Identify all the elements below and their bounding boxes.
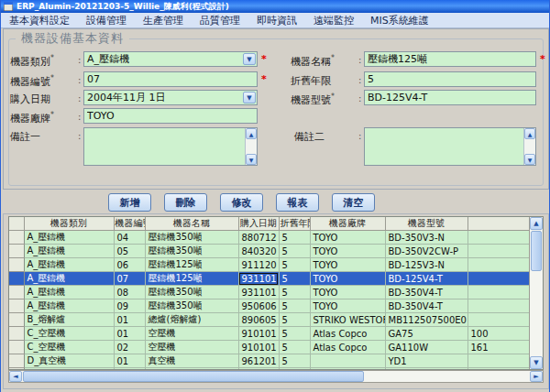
row-selector[interactable] bbox=[9, 341, 24, 354]
cell: 07 bbox=[114, 272, 145, 286]
scrollbar-thumb[interactable] bbox=[23, 371, 364, 382]
delete-button[interactable]: 刪除 bbox=[164, 193, 207, 212]
scroll-up-icon[interactable]: ▲ bbox=[524, 128, 535, 139]
clear-button[interactable]: 清空 bbox=[332, 193, 375, 212]
cell bbox=[468, 354, 530, 368]
scroll-down-icon[interactable]: ▼ bbox=[530, 356, 543, 369]
table-row[interactable]: A_壓鑄機04壓鑄機350噸8807125TOYOBD-350V3-N bbox=[9, 231, 530, 245]
scrollbar-track[interactable] bbox=[365, 371, 530, 382]
cell: 910101 bbox=[238, 327, 279, 341]
cell: 08 bbox=[114, 286, 145, 299]
menu-item-production[interactable]: 生產管理 bbox=[135, 13, 192, 28]
cell: C_空壓機 bbox=[24, 341, 114, 354]
table-row[interactable]: B_熔解爐01總爐(熔解爐)8906055STRIKO WESTOFENMB11… bbox=[9, 313, 530, 327]
cell: 950606 bbox=[238, 299, 279, 313]
column-header bbox=[468, 217, 530, 231]
grid-horizontal-scrollbar[interactable]: ◄ ► bbox=[8, 370, 544, 383]
menu-item-realtime-info[interactable]: 即時資訊 bbox=[248, 13, 305, 28]
cell: A_壓鑄機 bbox=[24, 258, 114, 272]
cell: A_壓鑄機 bbox=[24, 286, 114, 299]
cell: D_真空機 bbox=[24, 354, 114, 368]
scroll-up-icon[interactable]: ▲ bbox=[530, 217, 543, 230]
table-row[interactable]: A_壓鑄機07壓鑄機125噸9311015TOYOBD-125V4-T bbox=[9, 272, 530, 286]
cell: BD-125V3-N bbox=[385, 258, 468, 272]
scrollbar-thumb[interactable] bbox=[531, 231, 542, 271]
row-selector[interactable] bbox=[9, 258, 24, 272]
column-header: 機器編號 bbox=[114, 217, 145, 231]
chevron-down-icon[interactable]: ▼ bbox=[243, 53, 256, 65]
cell: 壓鑄機125噸 bbox=[145, 272, 238, 286]
column-header: 機器型號 bbox=[385, 217, 468, 231]
cell bbox=[310, 354, 385, 368]
row-selector[interactable] bbox=[9, 299, 24, 313]
cell: A_壓鑄機 bbox=[24, 272, 114, 286]
cell: A_壓鑄機 bbox=[24, 231, 114, 245]
cell: 5 bbox=[279, 327, 310, 341]
memo2-label: 備註二 bbox=[294, 130, 324, 144]
memo1-label: 備註一 bbox=[10, 130, 40, 144]
groupbox-title: 機器設備基本資料 bbox=[16, 30, 129, 47]
scroll-right-icon[interactable]: ► bbox=[530, 371, 543, 382]
cell: B_熔解爐 bbox=[24, 313, 114, 327]
model-field[interactable] bbox=[364, 90, 536, 105]
purchase-date-picker[interactable]: 2004年11月 1日 ▼ bbox=[83, 90, 258, 105]
menu-item-remote-monitor[interactable]: 遠端監控 bbox=[305, 13, 362, 28]
cell: 01 bbox=[114, 354, 145, 368]
menu-item-quality[interactable]: 品質管理 bbox=[192, 13, 248, 28]
scroll-down-icon[interactable]: ▼ bbox=[246, 154, 257, 165]
row-selector[interactable] bbox=[9, 354, 24, 368]
table-row[interactable]: C_空壓機01空壓機9101015Atlas CopcoGA75100 bbox=[9, 327, 530, 341]
cell: 5 bbox=[279, 313, 310, 327]
menu-item-basic-data[interactable]: 基本資料設定 bbox=[1, 13, 78, 28]
column-header: 機器名稱 bbox=[145, 217, 238, 231]
name-field[interactable] bbox=[364, 51, 536, 67]
category-combobox[interactable]: A_壓鑄機 ▼ bbox=[83, 51, 258, 67]
scroll-up-icon[interactable]: ▲ bbox=[246, 128, 257, 139]
table-row[interactable]: A_壓鑄機09壓鑄機350噸9506065TOYOBD-350V4-T bbox=[9, 299, 530, 313]
report-button[interactable]: 報表 bbox=[276, 193, 319, 212]
colon: : bbox=[358, 55, 361, 65]
menu-item-mis-maintenance[interactable]: MIS系統維護 bbox=[362, 13, 437, 28]
colon: : bbox=[78, 75, 81, 85]
depreciation-label: 折舊年限 bbox=[291, 74, 331, 88]
title-bar[interactable]: ERP_Alumin-20121203-5_Willie_陳威利(程式設計) bbox=[1, 0, 550, 13]
memo1-scrollbar[interactable]: ▲ ▼ bbox=[245, 128, 257, 165]
depreciation-field[interactable] bbox=[364, 71, 536, 87]
cell bbox=[468, 313, 530, 327]
cell: 5 bbox=[279, 341, 310, 354]
brand-field[interactable] bbox=[83, 108, 258, 124]
row-selector[interactable] bbox=[9, 231, 24, 245]
row-selector[interactable] bbox=[9, 245, 24, 258]
table-row[interactable]: C_空壓機02空壓機9101015Atlas CopcoGA110W161 bbox=[9, 341, 530, 354]
purchase-date-label: 購入日期 bbox=[10, 93, 50, 106]
scrollbar-track[interactable] bbox=[530, 272, 543, 356]
cell: 911120 bbox=[238, 258, 279, 272]
cell: 壓鑄機350噸 bbox=[145, 286, 238, 299]
colon: : bbox=[358, 93, 361, 103]
row-selector[interactable] bbox=[9, 272, 24, 286]
table-row[interactable]: A_壓鑄機05壓鑄機350噸8403205TOYOBD-350V2CW-P bbox=[9, 245, 530, 258]
chevron-down-icon[interactable]: ▼ bbox=[243, 92, 256, 103]
scroll-left-icon[interactable]: ◄ bbox=[9, 371, 22, 382]
table-row[interactable]: A_壓鑄機06壓鑄機125噸9111205TOYOBD-125V3-N bbox=[9, 258, 530, 272]
memo1-textarea[interactable]: ▲ ▼ bbox=[83, 127, 258, 166]
memo2-scrollbar[interactable]: ▲ ▼ bbox=[523, 128, 535, 165]
number-field[interactable] bbox=[83, 71, 258, 87]
row-selector[interactable] bbox=[9, 327, 24, 341]
modify-button[interactable]: 修改 bbox=[220, 193, 263, 212]
scroll-down-icon[interactable]: ▼ bbox=[524, 154, 535, 165]
cell: TOYO bbox=[310, 286, 385, 299]
cell: TOYO bbox=[310, 272, 385, 286]
row-selector[interactable] bbox=[9, 286, 24, 299]
table-row[interactable]: A_壓鑄機08壓鑄機350噸9311015TOYOBD-350V4-T bbox=[9, 286, 530, 299]
add-button[interactable]: 新增 bbox=[108, 193, 151, 212]
menu-item-equipment[interactable]: 設備管理 bbox=[78, 13, 135, 28]
cell: TOYO bbox=[310, 231, 385, 245]
table-row[interactable]: D_真空機01真空機9612015YD1 bbox=[9, 354, 530, 368]
cell: 5 bbox=[279, 299, 310, 313]
memo2-textarea[interactable]: ▲ ▼ bbox=[364, 127, 536, 166]
grid-vertical-scrollbar[interactable]: ▲ ▼ bbox=[529, 217, 543, 369]
window-title: ERP_Alumin-20121203-5_Willie_陳威利(程式設計) bbox=[16, 1, 229, 13]
row-selector[interactable] bbox=[9, 313, 24, 327]
column-header: 購入日期 bbox=[238, 217, 279, 231]
